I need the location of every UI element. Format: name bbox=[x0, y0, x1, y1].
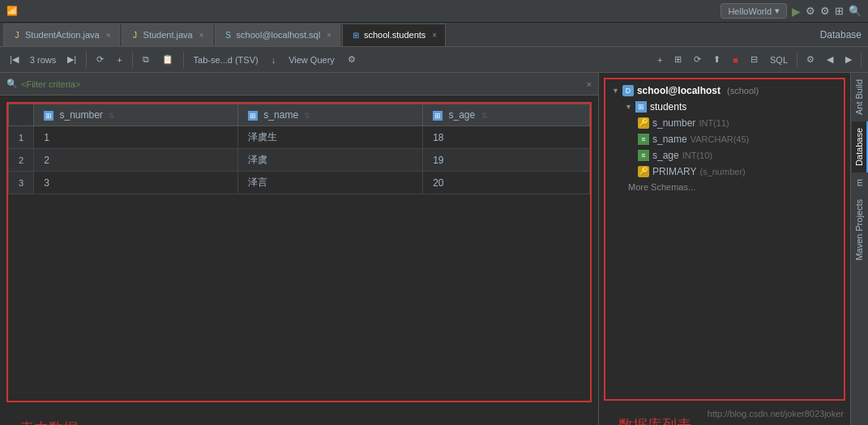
first-row-button[interactable]: |◀ bbox=[5, 50, 24, 70]
table-row[interactable]: 2 2 泽虞 19 bbox=[9, 149, 590, 172]
tree-primary-type: (s_number) bbox=[699, 167, 745, 176]
cell-s_age[interactable]: 20 bbox=[423, 172, 590, 194]
db-refresh-button[interactable]: ⟳ bbox=[689, 50, 706, 70]
sidebar-tab-maven[interactable]: Maven Projects bbox=[852, 193, 868, 267]
tab-schoolstudents[interactable]: ⊞ school.students × bbox=[342, 23, 446, 46]
hello-world-dropdown[interactable]: HelloWorld ▾ bbox=[720, 3, 787, 19]
last-row-button[interactable]: ▶| bbox=[62, 50, 81, 70]
sidebar-tab-database[interactable]: Database bbox=[852, 121, 868, 172]
java-icon: J bbox=[12, 30, 22, 40]
url-bar: http://blog.csdn.net/joker8023joker bbox=[708, 409, 844, 419]
tree-col-s_age[interactable]: ≡ s_age INT(10) bbox=[631, 147, 844, 164]
close-icon[interactable]: × bbox=[432, 31, 437, 40]
paste-button[interactable]: 📋 bbox=[157, 50, 178, 70]
db-nav-fwd-button[interactable]: ▶ bbox=[840, 50, 857, 70]
cell-s_number[interactable]: 1 bbox=[34, 126, 238, 149]
tab-studentaction[interactable]: J StudentAction.java × bbox=[3, 23, 120, 46]
cell-s_name[interactable]: 泽虞生 bbox=[238, 126, 423, 149]
sidebar-tab-ant-build[interactable]: Ant Build bbox=[852, 73, 868, 121]
db-grid-button[interactable]: ⊟ bbox=[746, 50, 763, 70]
close-icon[interactable]: × bbox=[327, 31, 331, 40]
col-header-s_number[interactable]: ⊞ s_number ⇅ bbox=[34, 104, 238, 126]
tree-col-type: INT(11) bbox=[699, 118, 729, 128]
db-icon: ⊞ bbox=[351, 30, 361, 40]
db-table-button[interactable]: ⊞ bbox=[669, 50, 686, 70]
tree-arrow: ▼ bbox=[625, 103, 632, 111]
tree-primary-key[interactable]: 🔑 PRIMARY (s_number) bbox=[631, 164, 844, 180]
tab-sep-button[interactable]: Tab-se...d (TSV) bbox=[189, 50, 263, 70]
col-icon: ≡ bbox=[638, 134, 649, 145]
sort-icon[interactable]: ⇅ bbox=[304, 112, 310, 120]
tab-label: StudentAction.java bbox=[25, 30, 100, 40]
tree-root-subtitle: (school) bbox=[727, 86, 759, 96]
table-label: 表内数据 bbox=[6, 412, 592, 425]
tree-students-label: students bbox=[650, 101, 686, 113]
tab-student[interactable]: J Student.java × bbox=[122, 23, 213, 46]
db-stop-button[interactable]: ■ bbox=[728, 50, 743, 70]
divider bbox=[132, 52, 133, 68]
cell-s_age[interactable]: 19 bbox=[423, 149, 590, 172]
tree-students[interactable]: ▼ ⊞ students bbox=[618, 99, 844, 115]
col-label: s_name bbox=[263, 109, 298, 121]
tab-schoolsql[interactable]: S school@localhost.sql × bbox=[215, 23, 340, 46]
filter-close-icon[interactable]: × bbox=[587, 79, 592, 89]
filter-bar[interactable]: 🔍 <Filter criteria> × bbox=[0, 73, 598, 96]
cell-s_number[interactable]: 2 bbox=[34, 149, 238, 172]
settings-button[interactable]: ⚙ bbox=[343, 50, 361, 70]
divider bbox=[183, 52, 184, 68]
col-header-s_age[interactable]: ⊞ s_age ⇅ bbox=[423, 104, 590, 126]
add-row-button[interactable]: + bbox=[112, 50, 126, 70]
table-icon: ⊞ bbox=[635, 101, 647, 113]
tree-col-type: INT(10) bbox=[682, 151, 712, 160]
debug-icon[interactable]: ⚙ bbox=[806, 5, 815, 17]
view-query-button[interactable]: View Query bbox=[284, 50, 340, 70]
tab-sep-label: Tab-se...d (TSV) bbox=[194, 55, 259, 65]
tree-col-s_number[interactable]: 🔑 s_number INT(11) bbox=[631, 115, 844, 131]
run-button[interactable]: ▶ bbox=[792, 5, 801, 18]
db-properties-button[interactable]: ⚙ bbox=[802, 50, 819, 70]
data-table-container: ⊞ s_number ⇅ ⊞ s_name ⇅ ⊞ s_ bbox=[6, 102, 592, 402]
cell-s_age[interactable]: 18 bbox=[423, 126, 590, 149]
db-add-button[interactable]: + bbox=[652, 50, 667, 70]
search-icon[interactable]: 🔍 bbox=[849, 5, 862, 17]
main-toolbar: |◀ 3 rows ▶| ⟳ + ⧉ 📋 Tab-se...d (TSV) ↓ … bbox=[0, 47, 868, 73]
sql-icon: S bbox=[224, 30, 233, 40]
tree-root-label: school@localhost bbox=[637, 85, 720, 96]
cell-s_number[interactable]: 3 bbox=[34, 172, 238, 194]
db-tree: ▼ D school@localhost (school) ▼ ⊞ studen… bbox=[604, 78, 845, 401]
tab-label: Student.java bbox=[143, 30, 193, 40]
close-icon[interactable]: × bbox=[199, 31, 204, 40]
table-row[interactable]: 1 1 泽虞生 18 bbox=[9, 126, 590, 149]
db-upload-button[interactable]: ⬆ bbox=[708, 50, 725, 70]
tree-col-label: s_number bbox=[652, 117, 695, 129]
copy-button[interactable]: ⧉ bbox=[138, 50, 154, 70]
tree-col-s_name[interactable]: ≡ s_name VARCHAR(45) bbox=[631, 131, 844, 147]
row-number: 1 bbox=[9, 126, 34, 149]
row-num-header bbox=[9, 104, 34, 126]
sort-icon[interactable]: ⇅ bbox=[109, 112, 115, 120]
layout-icon[interactable]: ⊞ bbox=[835, 5, 844, 17]
cell-s_name[interactable]: 泽虞 bbox=[238, 149, 423, 172]
sort-icon[interactable]: ⇅ bbox=[481, 112, 488, 120]
col-header-s_name[interactable]: ⊞ s_name ⇅ bbox=[238, 104, 423, 126]
wifi-icon: 📶 bbox=[6, 6, 18, 16]
db-icon: D bbox=[622, 85, 634, 96]
divider bbox=[861, 52, 862, 68]
cell-s_name[interactable]: 泽言 bbox=[238, 172, 423, 194]
tree-more-schemas[interactable]: More Schemas... bbox=[618, 180, 844, 194]
main-content: 🔍 <Filter criteria> × ⊞ s_number ⇅ bbox=[0, 73, 868, 425]
settings-icon[interactable]: ⚙ bbox=[820, 5, 830, 17]
close-icon[interactable]: × bbox=[106, 31, 111, 40]
export-button[interactable]: ↓ bbox=[267, 50, 281, 70]
right-sidebar: Ant Build Database m Maven Projects bbox=[850, 73, 868, 425]
tree-root[interactable]: ▼ D school@localhost (school) bbox=[605, 83, 844, 99]
col-icon: ⊞ bbox=[44, 111, 53, 121]
sidebar-tab-m[interactable]: m bbox=[852, 172, 868, 193]
table-row[interactable]: 3 3 泽言 20 bbox=[9, 172, 590, 194]
key-icon: 🔑 bbox=[638, 117, 649, 129]
refresh-button[interactable]: ⟳ bbox=[92, 50, 109, 70]
db-nav-back-button[interactable]: ◀ bbox=[822, 50, 838, 70]
data-table: ⊞ s_number ⇅ ⊞ s_name ⇅ ⊞ s_ bbox=[8, 104, 590, 194]
divider bbox=[797, 52, 797, 68]
db-sqleditor-button[interactable]: SQL bbox=[765, 50, 793, 70]
